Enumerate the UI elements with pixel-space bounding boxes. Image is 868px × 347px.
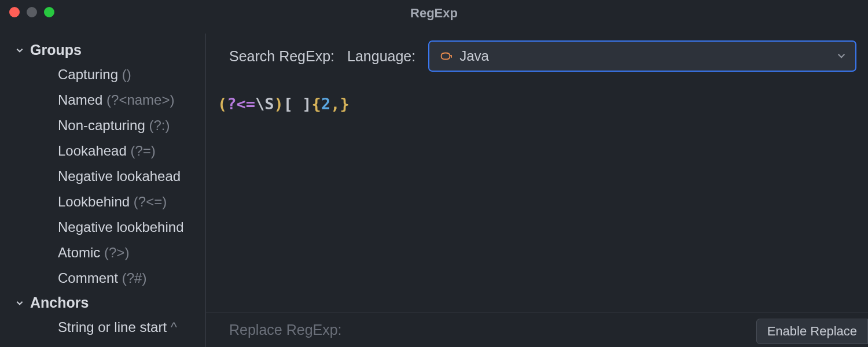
- language-select[interactable]: Java: [428, 40, 856, 72]
- chevron-down-icon: [15, 298, 24, 308]
- sidebar-item-hint: (?<=): [134, 194, 167, 209]
- sidebar-item[interactable]: Named (?<name>): [0, 87, 206, 113]
- sidebar-item-hint: (?>): [104, 245, 129, 260]
- regex-token: {: [312, 95, 321, 113]
- sidebar-item-hint: (?#): [122, 270, 147, 286]
- sidebar-item[interactable]: Non-capturing (?:): [0, 113, 206, 138]
- sidebar-item[interactable]: Negative lookbehind: [0, 215, 206, 240]
- replace-row: Replace RegExp: Enable Replace: [206, 312, 868, 347]
- minimize-window-button[interactable]: [27, 7, 37, 17]
- search-label: Search RegExp:: [229, 48, 334, 65]
- sidebar-item-hint: (?:): [149, 117, 170, 133]
- replace-label: Replace RegExp:: [229, 322, 342, 338]
- sidebar-item[interactable]: Comment (?#): [0, 265, 206, 291]
- maximize-window-button[interactable]: [44, 7, 54, 17]
- chevron-down-icon: [837, 49, 846, 64]
- close-window-button[interactable]: [9, 7, 20, 17]
- language-value: Java: [459, 48, 489, 64]
- sidebar-item-label: Negative lookbehind: [58, 219, 184, 235]
- regex-token: \S: [255, 95, 274, 113]
- regex-token: [ ]: [284, 95, 312, 113]
- regex-token: }: [340, 95, 349, 113]
- sidebar-item-hint: (?<name>): [106, 92, 174, 108]
- titlebar: RegExp: [0, 0, 868, 27]
- sidebar-item[interactable]: Capturing (): [0, 62, 206, 87]
- chevron-down-icon: [15, 46, 24, 55]
- section-header-anchors[interactable]: Anchors: [0, 291, 206, 315]
- section-label: Anchors: [30, 294, 89, 311]
- sidebar-item-label: Comment: [58, 270, 118, 286]
- language-label: Language:: [347, 48, 415, 65]
- regex-token: ?<=: [227, 95, 255, 113]
- sidebar: Groups Capturing ()Named (?<name>)Non-ca…: [0, 27, 206, 347]
- sidebar-item[interactable]: Lookahead (?=): [0, 138, 206, 164]
- regex-token: ): [274, 95, 284, 113]
- section-header-groups[interactable]: Groups: [0, 38, 206, 62]
- java-icon: [439, 49, 453, 63]
- regex-token: 2: [321, 95, 330, 113]
- section-label: Groups: [30, 42, 82, 58]
- sidebar-item-label: Capturing: [58, 67, 118, 82]
- sidebar-item[interactable]: String or line start ^: [0, 315, 206, 340]
- regex-editor[interactable]: (?<=\S)[ ]{2,}: [206, 84, 868, 312]
- sidebar-item-label: String or line start: [58, 319, 167, 335]
- sidebar-item-label: Lookahead: [58, 143, 127, 158]
- sidebar-item-label: Negative lookahead: [58, 168, 181, 184]
- regex-text: (?<=\S)[ ]{2,}: [218, 95, 858, 113]
- sidebar-item-label: Atomic: [58, 245, 100, 260]
- sidebar-item-label: Named: [58, 92, 102, 108]
- window-title: RegExp: [410, 6, 458, 21]
- sidebar-item-label: Lookbehind: [58, 194, 130, 209]
- app-body: Groups Capturing ()Named (?<name>)Non-ca…: [0, 27, 868, 347]
- sidebar-item-label: Non-capturing: [58, 117, 145, 133]
- sidebar-item[interactable]: Lookbehind (?<=): [0, 189, 206, 215]
- sidebar-item[interactable]: Negative lookahead: [0, 164, 206, 189]
- main-panel: Search RegExp: Language: Java (?<=\S)[ ]…: [206, 27, 868, 347]
- sidebar-item-hint: (): [122, 67, 131, 82]
- window-controls: [9, 7, 54, 17]
- sidebar-item-hint: ^: [171, 319, 177, 335]
- enable-replace-button[interactable]: Enable Replace: [756, 319, 868, 344]
- search-row: Search RegExp: Language: Java: [206, 27, 868, 84]
- sidebar-item[interactable]: Atomic (?>): [0, 240, 206, 265]
- enable-replace-label: Enable Replace: [767, 324, 857, 339]
- regex-token: (: [218, 95, 227, 113]
- regex-token: ,: [330, 95, 340, 113]
- sidebar-item-hint: (?=): [130, 143, 155, 158]
